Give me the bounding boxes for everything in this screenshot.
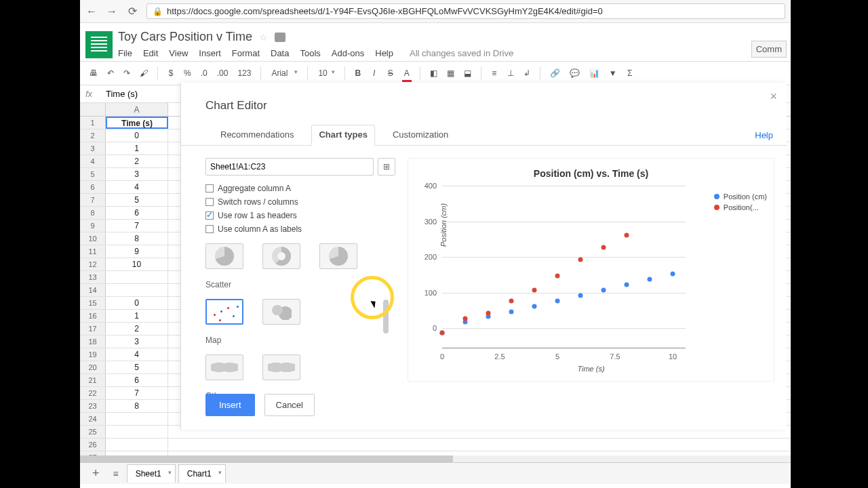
select-all-corner[interactable] (80, 103, 106, 116)
all-sheets-icon[interactable]: ≡ (108, 468, 124, 479)
font-select[interactable]: Arial (268, 66, 300, 80)
comment-icon[interactable]: 💬 (567, 66, 583, 81)
reload-button[interactable]: ⟳ (126, 5, 138, 18)
row-number[interactable]: 1 (80, 117, 106, 129)
sheet-tab-sheet1[interactable]: Sheet1 (127, 464, 176, 483)
row-number[interactable]: 2 (80, 129, 106, 142)
text-color-button[interactable]: A (401, 66, 413, 81)
menu-view[interactable]: View (169, 48, 188, 58)
row-number[interactable]: 8 (80, 207, 106, 219)
row-number[interactable]: 20 (80, 361, 106, 373)
checkbox-aggregate[interactable] (205, 184, 214, 192)
cell[interactable]: 7 (106, 220, 168, 232)
cell[interactable]: Time (s) (106, 117, 168, 129)
row-number[interactable]: 26 (80, 439, 106, 451)
tab-customization[interactable]: Customization (390, 125, 451, 145)
row-number[interactable]: 11 (80, 245, 106, 258)
comments-button[interactable]: Comm (751, 41, 787, 58)
cell[interactable]: 1 (106, 142, 168, 155)
cell[interactable]: 1 (106, 310, 168, 322)
undo-icon[interactable]: ↶ (104, 66, 117, 81)
help-link[interactable]: Help (755, 130, 773, 140)
row-number[interactable]: 24 (80, 413, 106, 425)
cell[interactable] (106, 413, 168, 425)
cell[interactable]: 4 (106, 181, 168, 193)
chart-type-pie3d[interactable] (319, 243, 357, 269)
chart-type-geo[interactable] (205, 354, 243, 380)
row-number[interactable]: 10 (80, 232, 106, 245)
horizontal-scrollbar[interactable] (80, 455, 791, 462)
add-sheet-button[interactable]: + (87, 466, 105, 481)
select-range-icon[interactable]: ⊞ (378, 158, 395, 176)
forward-button[interactable]: → (106, 5, 118, 18)
cell[interactable]: 3 (106, 336, 168, 348)
row-number[interactable]: 4 (80, 155, 106, 167)
paint-format-icon[interactable]: 🖌 (137, 66, 151, 81)
cell[interactable]: 5 (106, 361, 168, 373)
cell[interactable]: 9 (106, 245, 168, 258)
row-number[interactable]: 3 (80, 142, 106, 155)
row-number[interactable]: 16 (80, 310, 106, 322)
currency-button[interactable]: $ (165, 66, 177, 81)
chart-type-bubble[interactable] (262, 299, 300, 325)
chart-type-donut[interactable] (262, 243, 300, 269)
row-number[interactable]: 7 (80, 194, 106, 206)
cell[interactable]: 0 (106, 129, 168, 142)
wrap-icon[interactable]: ↲ (521, 66, 533, 81)
menu-tools[interactable]: Tools (300, 48, 320, 58)
address-bar[interactable]: 🔒 https://docs.google.com/spreadsheets/d… (146, 3, 785, 19)
h-align-icon[interactable]: ≡ (488, 66, 500, 81)
menu-addons[interactable]: Add-ons (332, 48, 364, 58)
close-icon[interactable]: × (770, 89, 777, 104)
cell[interactable] (106, 284, 168, 296)
cell[interactable]: 6 (106, 374, 168, 386)
row-number[interactable]: 21 (80, 374, 106, 386)
fill-color-icon[interactable]: ◧ (427, 66, 440, 81)
star-icon[interactable]: ☆ (259, 32, 268, 43)
cell[interactable]: 5 (106, 194, 168, 206)
cell[interactable]: 3 (106, 168, 168, 180)
insert-button[interactable]: Insert (205, 394, 255, 416)
cell[interactable]: 6 (106, 207, 168, 219)
font-size-select[interactable]: 10 (315, 66, 337, 80)
cell[interactable]: 4 (106, 348, 168, 361)
checkbox-colA-labels[interactable] (205, 225, 214, 233)
cell[interactable] (106, 271, 168, 283)
borders-icon[interactable]: ▦ (444, 66, 457, 81)
print-icon[interactable]: 🖶 (87, 66, 100, 81)
row-number[interactable]: 25 (80, 426, 106, 438)
decrease-decimal-button[interactable]: .0 (198, 66, 210, 81)
row-number[interactable]: 15 (80, 297, 106, 309)
back-button[interactable]: ← (85, 5, 98, 18)
more-formats-button[interactable]: 123 (235, 66, 254, 81)
menu-data[interactable]: Data (271, 48, 289, 58)
tab-recommendations[interactable]: Recommendations (218, 125, 296, 145)
cell[interactable]: 2 (106, 323, 168, 335)
row-number[interactable]: 19 (80, 348, 106, 361)
link-icon[interactable]: 🔗 (547, 66, 563, 81)
row-number[interactable]: 23 (80, 400, 106, 412)
row-number[interactable]: 13 (80, 271, 106, 283)
row-number[interactable]: 9 (80, 220, 106, 232)
document-title[interactable]: Toy Cars Position v Time (118, 30, 252, 44)
increase-decimal-button[interactable]: .00 (214, 66, 231, 81)
row-number[interactable]: 6 (80, 181, 106, 193)
chart-type-pie[interactable] (205, 243, 243, 269)
row-number[interactable]: 17 (80, 323, 106, 335)
bold-button[interactable]: B (352, 66, 364, 81)
data-range-input[interactable] (205, 158, 374, 176)
row-number[interactable]: 5 (80, 168, 106, 180)
strikethrough-button[interactable]: S (384, 66, 397, 81)
cell[interactable]: 10 (106, 258, 168, 270)
italic-button[interactable]: I (368, 66, 380, 81)
chart-type-scatter[interactable] (205, 299, 243, 325)
cell[interactable]: 0 (106, 297, 168, 309)
row-number[interactable]: 18 (80, 336, 106, 348)
checkbox-row1-headers[interactable] (205, 211, 214, 220)
sheets-logo-icon[interactable] (85, 31, 113, 58)
menu-format[interactable]: Format (232, 48, 260, 58)
cell[interactable]: 2 (106, 155, 168, 167)
menu-edit[interactable]: Edit (143, 48, 158, 58)
cell[interactable]: 8 (106, 400, 168, 412)
redo-icon[interactable]: ↷ (121, 66, 133, 81)
